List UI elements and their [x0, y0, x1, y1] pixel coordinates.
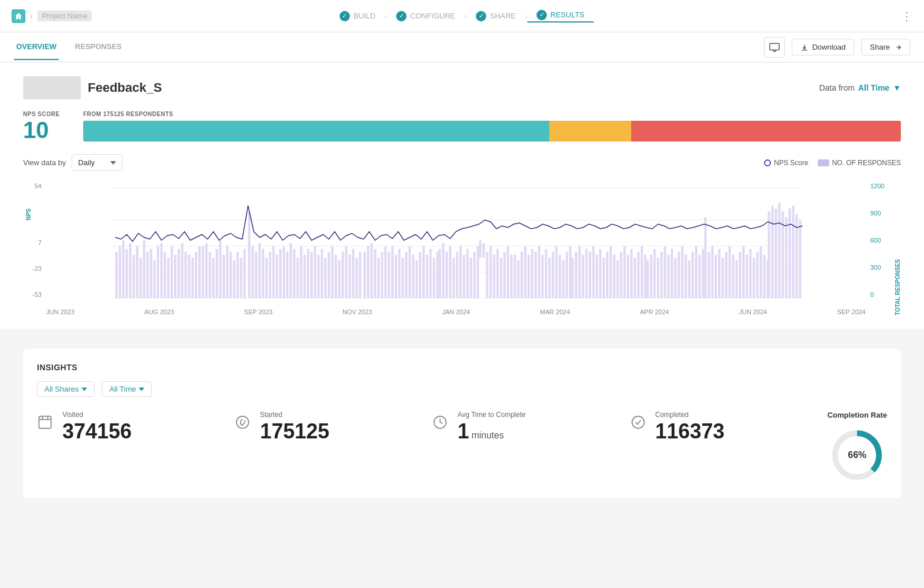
svg-rect-70: [524, 246, 527, 298]
breadcrumb: › Project Name: [12, 9, 92, 23]
svg-rect-15: [140, 258, 142, 298]
completed-icon: [630, 414, 649, 433]
svg-rect-139: [474, 252, 476, 298]
svg-rect-131: [430, 249, 432, 298]
svg-rect-181: [675, 258, 677, 298]
svg-rect-159: [569, 246, 572, 298]
y-right-0: 0: [870, 291, 895, 298]
x-label-jun24: JUN 2024: [739, 308, 767, 315]
y-left-n53: -53: [23, 291, 42, 298]
project-name: Project Name: [38, 10, 92, 21]
started-value: 175125: [260, 420, 329, 443]
stat-avgtime: Avg Time to Complete 1 minutes: [432, 411, 629, 443]
insights-title: INSIGHTS: [37, 363, 887, 372]
svg-rect-151: [542, 255, 544, 298]
svg-rect-79: [650, 255, 653, 298]
svg-rect-68: [517, 260, 520, 298]
svg-rect-44: [266, 258, 268, 298]
svg-rect-125: [409, 246, 411, 298]
more-menu-icon[interactable]: ⋮: [901, 9, 912, 23]
svg-rect-116: [352, 249, 355, 298]
download-button[interactable]: Download: [792, 39, 854, 55]
configure-label: CONFIGURE: [410, 12, 455, 20]
home-icon[interactable]: [12, 9, 25, 23]
svg-rect-42: [259, 243, 261, 298]
stat-visited: Visited 374156: [37, 411, 234, 443]
svg-rect-122: [398, 249, 401, 298]
svg-rect-9: [119, 246, 121, 298]
y-right-axis: 1200 900 600 300 0: [866, 177, 895, 315]
nav-step-build[interactable]: ✓ BUILD: [330, 11, 385, 21]
svg-rect-41: [255, 252, 258, 298]
completion-rate-title: Completion Rate: [828, 411, 887, 419]
svg-rect-8: [116, 252, 118, 298]
frequency-select[interactable]: Daily Weekly Monthly: [72, 154, 122, 171]
svg-rect-36: [226, 246, 229, 298]
svg-rect-103: [280, 249, 282, 298]
svg-rect-37: [230, 252, 232, 298]
survey-thumbnail: [23, 76, 81, 99]
nps-label: NPS SCORE: [23, 111, 69, 117]
svg-rect-62: [446, 252, 448, 298]
svg-rect-200: [743, 246, 745, 298]
nav-step-share[interactable]: ✓ SHARE: [467, 11, 525, 21]
visited-content: Visited 374156: [62, 411, 132, 443]
svg-rect-126: [412, 255, 415, 298]
svg-rect-168: [617, 260, 619, 298]
share-button[interactable]: Share: [861, 39, 910, 55]
svg-rect-29: [202, 246, 204, 298]
view-data-by-label: View data by: [23, 158, 66, 167]
svg-rect-63: [449, 246, 452, 298]
svg-rect-170: [624, 246, 626, 298]
nav-step-configure[interactable]: ✓ CONFIGURE: [387, 11, 464, 21]
nav-step-results[interactable]: ✓ RESULTS: [527, 10, 594, 23]
monitor-icon[interactable]: [764, 37, 785, 58]
started-label: Started: [260, 411, 329, 419]
svg-rect-102: [276, 255, 278, 298]
svg-rect-106: [318, 255, 320, 298]
nps-line: [116, 206, 803, 241]
svg-rect-38: [233, 260, 236, 298]
svg-rect-171: [627, 255, 629, 298]
svg-rect-191: [711, 246, 714, 298]
data-from-value[interactable]: All Time: [858, 83, 889, 92]
svg-rect-18: [150, 249, 152, 298]
avgtime-icon: [432, 414, 450, 433]
data-from-prefix: Data from: [819, 83, 854, 92]
svg-rect-203: [753, 258, 755, 298]
tab-overview[interactable]: OVERVIEW: [14, 42, 59, 60]
svg-rect-35: [223, 255, 225, 298]
svg-rect-114: [345, 246, 348, 298]
x-label-nov23: NOV 2023: [342, 308, 372, 315]
svg-rect-80: [654, 249, 656, 298]
y-left-54: 54: [23, 183, 42, 189]
svg-rect-113: [342, 252, 344, 298]
insights-stats-row: Visited 374156 Started 175125: [37, 411, 887, 484]
completed-value: 116373: [655, 420, 725, 443]
svg-rect-188: [699, 255, 701, 298]
nps-bar-passives: [549, 121, 631, 142]
share-label: Share: [870, 43, 890, 51]
started-content: Started 175125: [260, 411, 329, 443]
legend-nps-label: NPS Score: [774, 159, 808, 167]
tab-responses[interactable]: RESPONSES: [73, 42, 124, 60]
build-label: BUILD: [353, 12, 375, 20]
svg-rect-154: [552, 252, 554, 298]
svg-rect-109: [328, 252, 330, 298]
y-right-1200: 1200: [870, 183, 895, 189]
svg-rect-49: [297, 258, 299, 298]
filter-time-button[interactable]: All Time: [102, 381, 152, 397]
view-data-by: View data by Daily Weekly Monthly: [23, 154, 122, 171]
svg-rect-89: [789, 209, 791, 298]
survey-title: Feedback_S: [88, 80, 162, 95]
svg-rect-108: [325, 258, 327, 298]
nps-score-box: NPS SCORE 10: [23, 111, 69, 143]
filter-shares-button[interactable]: All Shares: [37, 381, 95, 397]
svg-rect-167: [613, 255, 616, 298]
data-from[interactable]: Data from All Time ▼: [819, 83, 901, 92]
data-from-caret: ▼: [893, 83, 901, 92]
svg-rect-142: [490, 246, 492, 298]
svg-rect-104: [311, 252, 313, 298]
svg-rect-183: [681, 246, 684, 298]
nps-bar-detractors: [631, 121, 901, 142]
